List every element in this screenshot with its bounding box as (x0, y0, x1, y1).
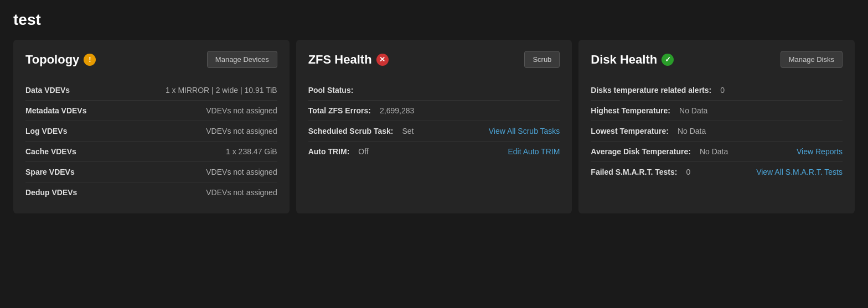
scheduled-scrub-label: Scheduled Scrub Task: (308, 127, 394, 135)
topology-rows: Data VDEVs 1 x MIRROR | 2 wide | 10.91 T… (25, 80, 277, 202)
failed-smart-label: Failed S.M.A.R.T. Tests: (591, 168, 677, 176)
failed-smart-value: 0 (686, 168, 690, 176)
avg-temp-row: Average Disk Temperature: No Data View R… (591, 142, 843, 162)
table-row: Spare VDEVs VDEVs not assigned (25, 162, 277, 182)
lowest-temp-value: No Data (678, 127, 706, 135)
total-errors-left: Total ZFS Errors: 2,699,283 (308, 106, 415, 115)
manage-devices-button[interactable]: Manage Devices (207, 51, 277, 68)
zfs-health-status-icon: ✕ (376, 54, 389, 66)
highest-temp-row: Highest Temperature: No Data (591, 101, 843, 121)
cards-container: Topology ! Manage Devices Data VDEVs 1 x… (13, 40, 855, 213)
lowest-temp-left: Lowest Temperature: No Data (591, 127, 706, 135)
disk-health-card: Disk Health ✓ Manage Disks Disks tempera… (578, 40, 855, 213)
table-row: Dedup VDEVs VDEVs not assigned (25, 182, 277, 202)
log-vdevs-value: VDEVs not assigned (206, 127, 277, 135)
total-errors-row: Total ZFS Errors: 2,699,283 (308, 101, 560, 121)
scheduled-scrub-row: Scheduled Scrub Task: Set View All Scrub… (308, 121, 560, 142)
total-errors-label: Total ZFS Errors: (308, 106, 371, 115)
scheduled-scrub-left: Scheduled Scrub Task: Set (308, 127, 414, 135)
highest-temp-value: No Data (679, 106, 707, 115)
disk-health-rows: Disks temperature related alerts: 0 High… (591, 80, 843, 182)
data-vdevs-value: 1 x MIRROR | 2 wide | 10.91 TiB (166, 86, 277, 95)
table-row: Data VDEVs 1 x MIRROR | 2 wide | 10.91 T… (25, 80, 277, 101)
view-reports-link[interactable]: View Reports (797, 147, 843, 156)
auto-trim-left: Auto TRIM: Off (308, 147, 369, 156)
auto-trim-row: Auto TRIM: Off Edit Auto TRIM (308, 142, 560, 161)
disk-health-card-header: Disk Health ✓ Manage Disks (591, 51, 843, 68)
highest-temp-label: Highest Temperature: (591, 106, 670, 115)
zfs-health-rows: Pool Status: Total ZFS Errors: 2,699,283… (308, 80, 560, 161)
avg-temp-label: Average Disk Temperature: (591, 147, 691, 156)
zfs-health-card: ZFS Health ✕ Scrub Pool Status: Total ZF… (296, 40, 572, 213)
topology-card: Topology ! Manage Devices Data VDEVs 1 x… (13, 40, 290, 213)
dedup-vdevs-value: VDEVs not assigned (206, 188, 277, 197)
highest-temp-left: Highest Temperature: No Data (591, 106, 707, 115)
view-all-scrub-tasks-link[interactable]: View All Scrub Tasks (489, 127, 560, 135)
temp-alerts-row: Disks temperature related alerts: 0 (591, 80, 843, 101)
zfs-health-title: ZFS Health (308, 53, 372, 67)
table-row: Metadata VDEVs VDEVs not assigned (25, 101, 277, 121)
cache-vdevs-value: 1 x 238.47 GiB (226, 147, 277, 156)
avg-temp-left: Average Disk Temperature: No Data (591, 147, 728, 156)
disk-health-status-icon: ✓ (662, 54, 674, 66)
manage-disks-button[interactable]: Manage Disks (781, 51, 843, 68)
pool-status-label: Pool Status: (308, 86, 354, 95)
avg-temp-value: No Data (700, 147, 728, 156)
total-errors-value: 2,699,283 (380, 106, 414, 115)
auto-trim-value: Off (358, 147, 368, 156)
topology-title: Topology (25, 53, 79, 67)
topology-status-icon: ! (84, 54, 96, 66)
failed-smart-row: Failed S.M.A.R.T. Tests: 0 View All S.M.… (591, 162, 843, 182)
zfs-health-card-header: ZFS Health ✕ Scrub (308, 51, 560, 68)
page-title: test (13, 11, 855, 29)
cache-vdevs-label: Cache VDEVs (25, 147, 76, 156)
edit-auto-trim-link[interactable]: Edit Auto TRIM (508, 147, 560, 156)
topology-title-group: Topology ! (25, 53, 96, 67)
scheduled-scrub-value: Set (402, 127, 414, 135)
pool-status-row: Pool Status: (308, 80, 560, 101)
temp-alerts-value: 0 (720, 86, 725, 95)
auto-trim-label: Auto TRIM: (308, 147, 350, 156)
disk-title-group: Disk Health ✓ (591, 53, 674, 67)
table-row: Log VDEVs VDEVs not assigned (25, 121, 277, 142)
metadata-vdevs-label: Metadata VDEVs (25, 106, 86, 115)
lowest-temp-label: Lowest Temperature: (591, 127, 669, 135)
spare-vdevs-label: Spare VDEVs (25, 168, 75, 176)
lowest-temp-row: Lowest Temperature: No Data (591, 121, 843, 142)
temp-alerts-left: Disks temperature related alerts: 0 (591, 86, 725, 95)
scrub-button[interactable]: Scrub (524, 51, 560, 68)
topology-card-header: Topology ! Manage Devices (25, 51, 277, 68)
log-vdevs-label: Log VDEVs (25, 127, 67, 135)
disk-health-title: Disk Health (591, 53, 657, 67)
zfs-title-group: ZFS Health ✕ (308, 53, 389, 67)
dedup-vdevs-label: Dedup VDEVs (25, 188, 77, 197)
failed-smart-left: Failed S.M.A.R.T. Tests: 0 (591, 168, 690, 176)
spare-vdevs-value: VDEVs not assigned (206, 168, 277, 176)
metadata-vdevs-value: VDEVs not assigned (206, 106, 277, 115)
data-vdevs-label: Data VDEVs (25, 86, 70, 95)
view-all-smart-tests-link[interactable]: View All S.M.A.R.T. Tests (756, 168, 843, 176)
table-row: Cache VDEVs 1 x 238.47 GiB (25, 142, 277, 162)
temp-alerts-label: Disks temperature related alerts: (591, 86, 711, 95)
